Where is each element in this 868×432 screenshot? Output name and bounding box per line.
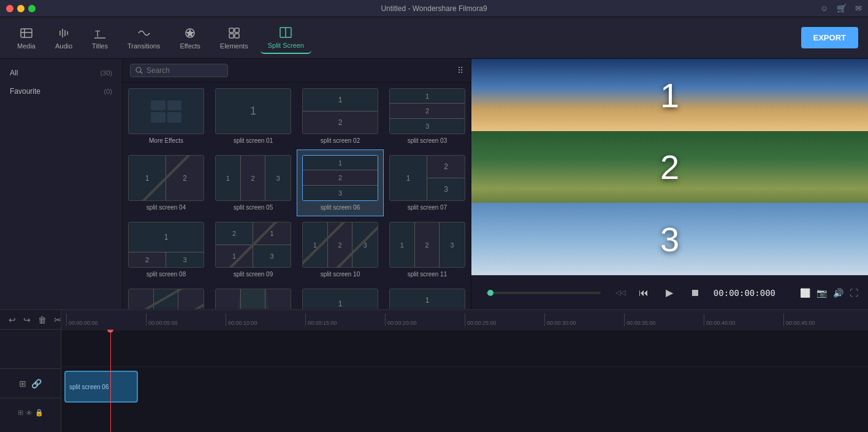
- effect-split-01[interactable]: 1 split screen 01: [210, 83, 297, 150]
- cart-icon: 🛒: [837, 4, 847, 13]
- toolbar-item-split-screen[interactable]: Split Screen: [261, 22, 311, 54]
- toolbar-item-elements[interactable]: Elements: [213, 23, 256, 53]
- effect-more-effects[interactable]: More Effects: [123, 83, 210, 150]
- sidebar-all-label: All: [10, 69, 18, 77]
- ruler-mark-1: 00:00:05:00: [146, 314, 226, 326]
- effect-split-04[interactable]: 1 2 split screen 04: [123, 150, 210, 216]
- volume-icon[interactable]: 🔊: [833, 288, 843, 298]
- timeline-ruler: 00:00:00:00 00:00:05:00 00:00:10:00 00:0…: [61, 310, 868, 330]
- search-box[interactable]: [130, 64, 228, 77]
- grid-icon: ⊞: [18, 409, 23, 417]
- toolbar-label-effects: Effects: [180, 42, 200, 50]
- svg-rect-7: [235, 34, 239, 38]
- grid-layout-icon[interactable]: ⠿: [457, 66, 463, 75]
- eye-icon: 👁: [26, 409, 32, 417]
- ruler-mark-3: 00:00:15:00: [305, 314, 385, 326]
- toolbar-item-transitions[interactable]: Transitions: [120, 23, 167, 53]
- main-toolbar: Media Audio T Titles Transitions Effects…: [0, 17, 868, 59]
- export-button[interactable]: EXPORT: [801, 27, 858, 48]
- timeline: ↩ ↪ 🗑 ✂ ⏱ ⚙ 00:00:00:00 00:00:05:00 00:0…: [0, 309, 868, 432]
- preview-panel-1: 1: [471, 59, 868, 131]
- undo-button[interactable]: ↩: [7, 314, 17, 326]
- ruler-marks: 00:00:00:00 00:00:05:00 00:00:10:00 00:0…: [66, 314, 863, 326]
- rewind-button[interactable]: ⏮: [635, 285, 652, 301]
- user-icon: ☺: [820, 4, 828, 13]
- sidebar-item-favourite[interactable]: Favourite (0): [0, 82, 122, 100]
- sidebar-item-all[interactable]: All (30): [0, 64, 122, 82]
- titlebar: Untitled - Wondershare Filmora9 ☺ 🛒 ✉: [0, 0, 868, 17]
- svg-rect-4: [229, 28, 234, 32]
- effect-split-11-label: split screen 11: [389, 271, 465, 278]
- content-header: ⠿: [123, 59, 471, 83]
- tracks-header: ⊞ 🔗 ⊞ 👁 🔒: [0, 330, 61, 432]
- effect-split-01-label: split screen 01: [215, 137, 291, 144]
- delete-button[interactable]: 🗑: [37, 314, 48, 326]
- svg-rect-0: [21, 29, 32, 37]
- effect-split-13[interactable]: 2 1 3 split screen 13: [210, 283, 297, 309]
- playback-controls: ◁◁ ⏮ ▶ ⏹ 00:00:00:000 ⬜ 📷 🔊 ⛶: [471, 275, 868, 309]
- effect-split-11[interactable]: 1 2 3 split screen 11: [384, 216, 471, 283]
- timeline-clip-label: split screen 06: [69, 384, 108, 390]
- redo-button[interactable]: ↪: [22, 314, 32, 326]
- effect-split-05-label: split screen 05: [215, 204, 291, 211]
- fullscreen-icon[interactable]: ⛶: [850, 288, 858, 298]
- effect-split-14[interactable]: 1 2 3 4 split screen 14: [297, 283, 384, 309]
- effect-split-12[interactable]: 2 1 3 split screen 12: [123, 283, 210, 309]
- sidebar-favourite-count: (0): [104, 88, 112, 95]
- toolbar-item-effects[interactable]: Effects: [172, 23, 207, 53]
- effect-split-08[interactable]: 1 2 3 split screen 08: [123, 216, 210, 283]
- timeline-clip-split06[interactable]: split screen 06: [64, 371, 138, 403]
- toolbar-item-audio[interactable]: Audio: [48, 23, 80, 53]
- ruler-mark-5: 00:00:25:00: [465, 314, 544, 326]
- play-button[interactable]: ▶: [662, 284, 677, 301]
- sidebar: All (30) Favourite (0): [0, 59, 123, 309]
- minimize-button[interactable]: [17, 5, 25, 12]
- preview-panel-2-number: 2: [660, 147, 679, 187]
- sidebar-favourite-label: Favourite: [10, 87, 40, 96]
- svg-rect-5: [235, 28, 239, 32]
- close-button[interactable]: [6, 5, 13, 12]
- ruler-mark-4: 00:00:20:00: [385, 314, 465, 326]
- camera-icon[interactable]: 📷: [817, 288, 827, 298]
- traffic-lights: [6, 5, 36, 12]
- stop-button[interactable]: ⏹: [687, 285, 704, 301]
- svg-point-10: [136, 67, 141, 72]
- sidebar-all-count: (30): [100, 69, 112, 77]
- preview-panel-1-number: 1: [660, 75, 679, 115]
- playback-left-arrow: ◁◁: [615, 289, 625, 297]
- effect-split-07[interactable]: 1 2 3 split screen 07: [384, 150, 471, 216]
- effect-split-15[interactable]: 1 2 3 4 split screen 15: [384, 283, 471, 309]
- effect-split-06[interactable]: 1 2 3 split screen 06: [297, 150, 384, 216]
- effect-split-05[interactable]: 1 2 3 split screen 05: [210, 150, 297, 216]
- ruler-mark-2: 00:00:10:00: [226, 314, 305, 326]
- ruler-mark-6: 00:00:30:00: [544, 314, 624, 326]
- track-row-2: split screen 06: [61, 366, 868, 415]
- preview-action-icons: ⬜ 📷 🔊 ⛶: [800, 288, 858, 298]
- progress-bar[interactable]: [486, 292, 601, 294]
- effects-grid: More Effects 1 split screen 01 1 2 split…: [123, 83, 471, 309]
- ruler-mark-8: 00:00:40:00: [704, 314, 783, 326]
- effect-split-10-label: split screen 10: [302, 271, 378, 278]
- screen-icon[interactable]: ⬜: [800, 288, 810, 298]
- effect-split-03-label: split screen 03: [389, 137, 465, 144]
- add-track-button[interactable]: ⊞: [18, 377, 28, 390]
- toolbar-item-titles[interactable]: T Titles: [85, 23, 115, 53]
- toolbar-label-media: Media: [17, 42, 36, 50]
- progress-indicator: [487, 290, 493, 296]
- search-input[interactable]: [147, 66, 220, 75]
- effect-split-02[interactable]: 1 2 split screen 02: [297, 83, 384, 150]
- effect-split-03[interactable]: 1 2 3 split screen 03: [384, 83, 471, 150]
- toolbar-item-media[interactable]: Media: [10, 23, 43, 53]
- svg-line-11: [140, 72, 142, 74]
- effect-split-06-label: split screen 06: [302, 204, 378, 211]
- svg-rect-6: [229, 34, 234, 38]
- toolbar-label-elements: Elements: [220, 42, 248, 50]
- fullscreen-button[interactable]: [28, 5, 36, 12]
- link-button[interactable]: 🔗: [30, 377, 43, 390]
- effect-split-09[interactable]: 2 1 1 3 split screen 09: [210, 216, 297, 283]
- app-title: Untitled - Wondershare Filmora9: [381, 4, 487, 13]
- effect-split-07-label: split screen 07: [389, 204, 465, 211]
- ruler-mark-7: 00:00:35:00: [624, 314, 704, 326]
- effect-split-10[interactable]: 1 2 3 split screen 10: [297, 216, 384, 283]
- toolbar-label-audio: Audio: [55, 42, 72, 50]
